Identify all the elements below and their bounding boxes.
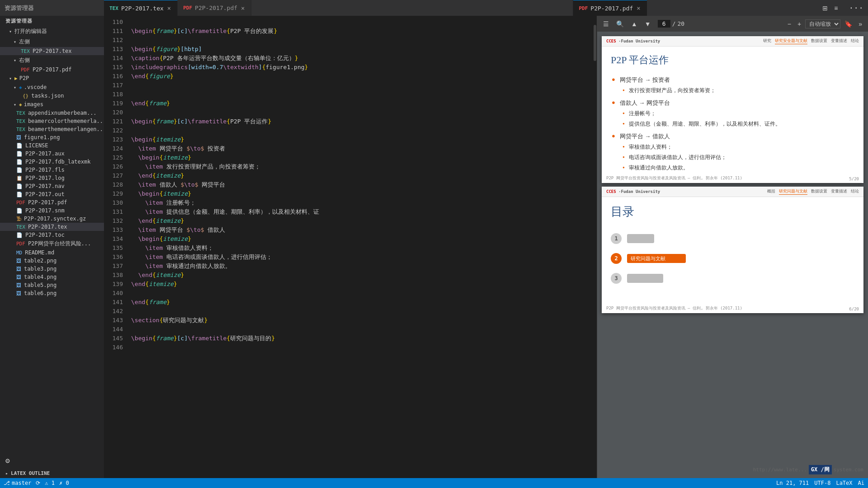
pdf-content[interactable]: CCES ·Fudan University 研究 研究安全题与文献 数据设置 …: [597, 32, 868, 478]
more-options-btn[interactable]: ···: [849, 3, 863, 13]
file-png-icon: 🖼: [16, 282, 21, 288]
right-group[interactable]: 右侧: [0, 55, 104, 66]
errors-count: ✗ 0: [59, 480, 69, 486]
pdf-prev-page[interactable]: ▲: [629, 19, 640, 28]
pdf-title-bar: PDF P2P-2017.pdf × ⊞ ≡: [573, 0, 844, 16]
pdf-page-5-num: 5/20: [849, 177, 859, 181]
code-line-130: \item 注册帐号；: [127, 198, 593, 207]
filename-20: table4.png: [24, 274, 57, 280]
filename-0: appendixnumberbeam...: [28, 110, 97, 116]
list-item[interactable]: PDF P2P-2017.pdf: [0, 198, 104, 206]
pdf-editor-tab[interactable]: PDF P2P-2017.pdf ×: [178, 0, 251, 16]
code-line-125: \begin{itemize}: [127, 153, 593, 162]
list-item[interactable]: 🖼 table4.png: [0, 273, 104, 281]
list-item[interactable]: TEX P2P-2017.tex: [0, 223, 104, 231]
code-line-122: [127, 126, 593, 135]
latex-outline[interactable]: LATEX OUTLINE: [0, 469, 104, 478]
list-item[interactable]: 📋 P2P-2017.log: [0, 174, 104, 182]
json-icon: {}: [23, 93, 28, 99]
list-item[interactable]: 📄 P2P-2017.snm: [0, 206, 104, 215]
latex-outline-label: LATEX OUTLINE: [11, 470, 50, 476]
pdf-view-tab[interactable]: PDF P2P-2017.pdf ×: [573, 0, 646, 16]
code-line-111: \begin{frame}[c]\frametitle{P2P 平台的发展}: [127, 27, 593, 36]
code-line-120: [127, 108, 593, 117]
list-item[interactable]: 🖼 table6.png: [0, 289, 104, 297]
file-log-icon: 📋: [16, 175, 23, 181]
list-item[interactable]: 📄 P2P-2017.nav: [0, 182, 104, 190]
list-item[interactable]: 📄 P2P-2017.toc: [0, 231, 104, 239]
list-item[interactable]: 🖼 table3.png: [0, 265, 104, 273]
ai-btn[interactable]: Ai: [858, 480, 864, 486]
code-line-131: \item 提供信息（金额、用途、期限、利率），以及相关材料、证: [127, 207, 593, 216]
editor-tab[interactable]: TEX P2P-2017.tex ×: [104, 0, 178, 16]
warnings-btn[interactable]: ⚠ 1: [45, 480, 55, 486]
list-item[interactable]: 📄 P2P-2017.aux: [0, 150, 104, 158]
pdf-zoom-select[interactable]: 自动缩放: [805, 19, 840, 28]
sync-btn[interactable]: ⟳: [36, 480, 40, 486]
pdf-more-btn[interactable]: ≡: [832, 4, 840, 13]
sidebar-right-pdf-file[interactable]: PDF P2P-2017.pdf: [0, 66, 104, 74]
pdf-zoom-in[interactable]: +: [795, 19, 803, 28]
list-item[interactable]: 🗜 P2P-2017.synctex.gz: [0, 215, 104, 223]
settings-icon[interactable]: ⚙: [5, 456, 10, 465]
list-item[interactable]: MD README.md: [0, 249, 104, 257]
code-line-132: \end{itemize}: [127, 216, 593, 225]
filename-6: P2P-2017.fdb_latexmk: [25, 159, 91, 165]
open-editors-group[interactable]: 打开的编辑器: [0, 26, 104, 37]
pdf-sidebar-toggle[interactable]: ☰: [601, 19, 611, 28]
list-item[interactable]: 📄 P2P-2017.fdb_latexmk: [0, 158, 104, 166]
sidebar-left-tex-file[interactable]: TEX P2P-2017.tex: [0, 47, 104, 55]
list-item[interactable]: 🖼 table5.png: [0, 281, 104, 289]
file-png-icon: 🖼: [16, 274, 21, 280]
pdf-tab-close[interactable]: ×: [636, 5, 641, 12]
tasks-file[interactable]: {} tasks.json: [0, 92, 104, 100]
list-item[interactable]: TEX appendixnumberbeam...: [0, 109, 104, 117]
filename-5: P2P-2017.aux: [25, 150, 65, 157]
code-line-133: \item 网贷平台 $\to$ 借款人: [127, 225, 593, 235]
code-line-135: \item 审核借款人资料；: [127, 244, 593, 253]
list-item[interactable]: 🖼 table2.png: [0, 257, 104, 265]
filename-14: P2P-2017.tex: [28, 224, 67, 230]
code-line-124: \item 网贷平台 $\to$ 投资者: [127, 144, 593, 153]
list-item[interactable]: 📄 P2P-2017.fls: [0, 166, 104, 174]
list-item[interactable]: 🖼 figure1.png: [0, 133, 104, 141]
pdf-search-btn[interactable]: 🔍: [614, 19, 626, 28]
settings-area[interactable]: ⚙: [0, 453, 104, 469]
git-branch-name: master: [12, 480, 31, 486]
code-line-140: [127, 289, 593, 298]
pdf-split-btn[interactable]: ⊞: [821, 4, 830, 13]
pdf-page-input[interactable]: [658, 20, 670, 28]
errors-btn[interactable]: ✗ 0: [59, 480, 69, 486]
left-label: 左侧: [19, 38, 30, 46]
language-info[interactable]: LaTeX: [836, 480, 852, 486]
encoding-info[interactable]: UTF-8: [814, 480, 830, 486]
code-line-110: [127, 18, 593, 27]
editor-tab-close[interactable]: ×: [166, 5, 172, 12]
git-branch[interactable]: ⎇ master: [4, 480, 31, 486]
toc-box-1: [627, 234, 654, 243]
sidebar-section-explorer[interactable]: 资源管理器: [0, 16, 104, 26]
list-item[interactable]: 📄 LICENSE: [0, 141, 104, 150]
file-png-icon: 🖼: [16, 291, 21, 296]
vscode-folder-label: .vscode: [24, 84, 47, 90]
images-folder[interactable]: ◈ images: [0, 100, 104, 109]
editor-scrollbar[interactable]: [593, 16, 597, 478]
folder-icon: ▶: [14, 75, 18, 81]
list-item[interactable]: TEX beamercolorthememerla...: [0, 117, 104, 125]
left-group[interactable]: 左侧: [0, 37, 104, 47]
list-item[interactable]: TEX beamerthememeerlangen...: [0, 125, 104, 133]
toc-box-3: [627, 274, 663, 283]
pdf-expand-btn[interactable]: »: [856, 19, 864, 28]
list-item[interactable]: 📄 P2P-2017.out: [0, 190, 104, 198]
encoding-text: UTF-8: [814, 480, 830, 486]
list-item[interactable]: PDF P2P网贷平台经营风险...: [0, 239, 104, 249]
pdf-bookmark-btn[interactable]: 🔖: [842, 19, 854, 28]
pdf-editor-tab-close[interactable]: ×: [240, 5, 245, 12]
code-line-117: [127, 81, 593, 90]
vscode-folder[interactable]: ◈ .vscode: [0, 83, 104, 92]
pdf-zoom-out[interactable]: −: [785, 19, 793, 28]
line-col-info[interactable]: Ln 21, 711: [776, 480, 809, 486]
pdf-next-page[interactable]: ▼: [642, 19, 653, 28]
p2p-folder[interactable]: ▶ P2P: [0, 74, 104, 83]
code-content[interactable]: \begin{frame}[c]\frametitle{P2P 平台的发展} \…: [127, 16, 593, 478]
